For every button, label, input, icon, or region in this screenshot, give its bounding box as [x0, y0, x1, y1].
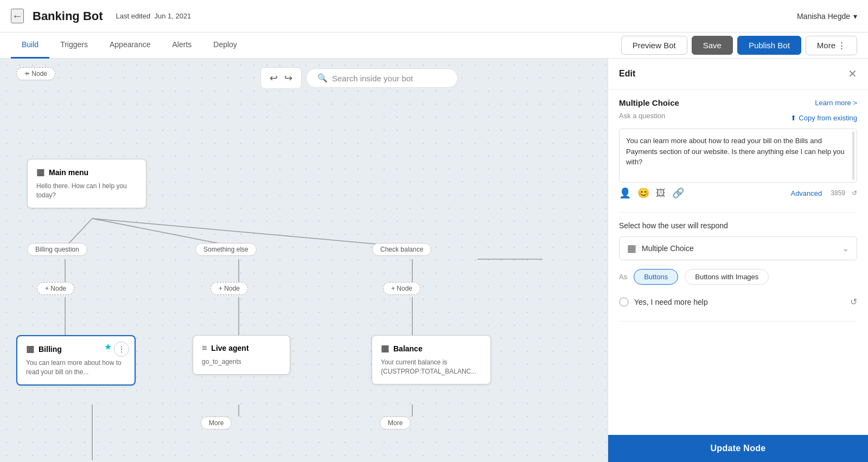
balance-node[interactable]: ▦ Balance Your current balance is {CUSTP…: [372, 335, 491, 384]
tab-build[interactable]: Build: [11, 33, 49, 59]
more-button[interactable]: More ⋮: [806, 36, 857, 55]
tab-triggers[interactable]: Triggers: [49, 33, 99, 59]
user-info[interactable]: Manisha Hegde ▾: [797, 12, 857, 21]
main-menu-header: ▦ Main menu: [36, 167, 137, 177]
buttons-tab[interactable]: Buttons: [634, 269, 678, 285]
more-balance-label[interactable]: More: [380, 416, 411, 429]
more-dots-icon: ⋮: [838, 41, 846, 50]
as-row: As Buttons Buttons with Images: [619, 269, 857, 285]
mc-title-row: Multiple Choice Learn more >: [619, 98, 857, 107]
check-balance-label: Check balance: [372, 243, 431, 256]
more-live-label[interactable]: More: [201, 416, 232, 429]
advanced-link[interactable]: Advanced: [790, 189, 822, 197]
billing-question-label: Billing question: [27, 243, 87, 256]
live-agent-title: Live agent: [211, 344, 248, 352]
undo-button[interactable]: ↩: [270, 72, 278, 84]
add-node-something[interactable]: + Node: [210, 282, 248, 295]
emoji-icon[interactable]: 😊: [637, 187, 649, 199]
add-node-billing[interactable]: + Node: [37, 282, 74, 295]
user-chevron: ▾: [853, 12, 857, 21]
add-node-balance[interactable]: + Node: [383, 282, 420, 295]
link-icon[interactable]: 🔗: [672, 187, 684, 199]
as-label: As: [619, 273, 627, 281]
search-placeholder: Search inside your bot: [332, 74, 413, 83]
add-node-top[interactable]: + + Node: [16, 67, 55, 80]
canvas-toolbar: ↩ ↪ 🔍 Search inside your bot: [260, 67, 458, 89]
question-text-area[interactable]: You can learn more about how to read you…: [619, 129, 857, 183]
balance-body: Your current balance is {CUSTPROP:TOTAL_…: [381, 358, 482, 376]
save-button[interactable]: Save: [692, 36, 733, 55]
panel-header: Edit ✕: [608, 59, 868, 89]
buttons-images-tab[interactable]: Buttons with Images: [685, 269, 769, 285]
dropdown-label: Multiple Choice: [642, 244, 837, 253]
live-agent-node[interactable]: ≡ Live agent go_to_agents: [193, 335, 290, 375]
panel-body: Multiple Choice Learn more > Ask a quest…: [608, 89, 868, 435]
multiple-choice-section: Multiple Choice Learn more > Ask a quest…: [619, 89, 857, 213]
live-agent-body: go_to_agents: [202, 357, 281, 367]
undo-redo-controls: ↩ ↪: [260, 67, 302, 89]
panel-title: Edit: [619, 69, 848, 79]
right-panel: Edit ✕ Multiple Choice Learn more > Ask …: [608, 59, 868, 462]
multiple-choice-dropdown-icon: ▦: [627, 242, 636, 254]
connector-svg: [0, 59, 608, 462]
mc-title: Multiple Choice: [619, 98, 679, 107]
dropdown-chevron-icon: ⌄: [843, 244, 849, 253]
text-toolbar: 👤 😊 🖼 🔗 Advanced 3859 ↺: [619, 183, 857, 203]
copy-icon: ⬆: [790, 114, 796, 122]
balance-title: Balance: [393, 344, 423, 353]
char-count: 3859: [831, 189, 845, 197]
ask-question-label: Ask a question: [619, 112, 665, 120]
main-menu-title: Main menu: [49, 168, 88, 177]
redo-button[interactable]: ↪: [284, 72, 292, 84]
respond-section: Select how the user will respond ▦ Multi…: [619, 213, 857, 322]
canvas-search[interactable]: 🔍 Search inside your bot: [306, 68, 458, 88]
respond-label: Select how the user will respond: [619, 221, 857, 230]
header: ← Banking Bot Last edited Jun 1, 2021 Ma…: [0, 0, 868, 33]
radio-button[interactable]: [619, 297, 629, 307]
user-name: Manisha Hegde: [797, 12, 850, 21]
image-icon[interactable]: 🖼: [656, 188, 666, 199]
tab-deploy[interactable]: Deploy: [202, 33, 248, 59]
question-text: You can learn more about how to read you…: [626, 137, 845, 166]
tab-alerts[interactable]: Alerts: [161, 33, 202, 59]
learn-more-link[interactable]: Learn more >: [815, 99, 857, 107]
publish-bot-button[interactable]: Publish Bot: [737, 36, 801, 55]
billing-node[interactable]: ▦ Billing You can learn more about how t…: [16, 335, 136, 386]
billing-icon: ▦: [26, 344, 34, 354]
radio-row: Yes, I need more help ↺: [619, 291, 857, 312]
canvas[interactable]: ↩ ↪ 🔍 Search inside your bot + + Node ▦ …: [0, 59, 608, 462]
preview-bot-button[interactable]: Preview Bot: [621, 36, 687, 55]
person-icon[interactable]: 👤: [619, 187, 631, 199]
live-agent-header: ≡ Live agent: [202, 343, 281, 353]
main-menu-node[interactable]: ▦ Main menu Hello there. How can I help …: [27, 159, 146, 208]
app-title: Banking Bot: [33, 9, 103, 23]
response-type-dropdown[interactable]: ▦ Multiple Choice ⌄: [619, 236, 857, 260]
main-menu-icon: ▦: [36, 167, 44, 177]
copy-from-button[interactable]: ⬆ Copy from existing: [790, 114, 857, 122]
refresh-icon[interactable]: ↺: [850, 297, 857, 307]
main-layout: ↩ ↪ 🔍 Search inside your bot + + Node ▦ …: [0, 59, 868, 462]
panel-close-button[interactable]: ✕: [848, 67, 857, 80]
last-edited: Last edited Jun 1, 2021: [116, 12, 192, 20]
billing-body: You can learn more about how to read you…: [26, 358, 126, 377]
ask-question-row: Ask a question ⬆ Copy from existing: [619, 112, 857, 124]
update-node-button[interactable]: Update Node: [608, 435, 868, 462]
back-button[interactable]: ←: [11, 9, 24, 23]
nav-bar: Build Triggers Appearance Alerts Deploy …: [0, 33, 868, 59]
balance-header: ▦ Balance: [381, 343, 482, 354]
billing-star-icon: ★: [104, 342, 112, 352]
something-else-label: Something else: [195, 243, 257, 256]
main-menu-body: Hello there. How can I help you today?: [36, 182, 137, 200]
scrollbar: [852, 131, 854, 180]
live-agent-icon: ≡: [202, 343, 207, 353]
billing-menu-button[interactable]: ⋮: [114, 342, 129, 357]
radio-label: Yes, I need more help: [634, 298, 708, 306]
search-icon: 🔍: [317, 73, 328, 83]
balance-icon: ▦: [381, 343, 389, 354]
tab-appearance[interactable]: Appearance: [99, 33, 162, 59]
billing-title: Billing: [39, 345, 62, 354]
